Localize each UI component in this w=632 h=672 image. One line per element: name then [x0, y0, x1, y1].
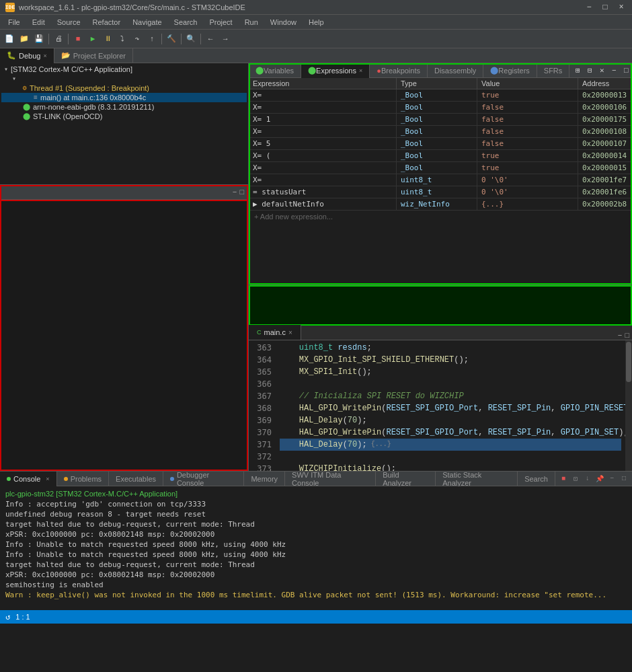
expr-row-2[interactable]: X= 1 _Bool false 0x20000175 — [249, 114, 632, 126]
expr-row-9[interactable]: ▶ defaultNetInfo wiz_NetInfo {...} 0x200… — [249, 198, 632, 211]
expr-8-value: 0 '\0' — [477, 186, 578, 198]
tab-expressions[interactable]: ⬤ Expressions × — [301, 63, 370, 78]
toolbar-print[interactable]: 🖨 — [52, 32, 65, 46]
toolbar-run[interactable]: ▶ — [86, 32, 100, 46]
expr-row-5[interactable]: X= ( _Bool true 0x20000014 — [249, 150, 632, 162]
workspace: ▾ [STM32 Cortex-M C/C++ Application] ▾ ⚙… — [0, 63, 632, 471]
menu-edit[interactable]: Edit — [27, 17, 50, 28]
console-max[interactable]: □ — [619, 474, 629, 484]
expr-row-1[interactable]: X= _Bool false 0x20000106 — [249, 102, 632, 114]
menu-file[interactable]: File — [3, 17, 26, 28]
toolbar-step-into[interactable]: ⤵ — [116, 32, 129, 46]
expr-row-6[interactable]: X= _Bool true 0x20000015 — [249, 162, 632, 174]
menu-source[interactable]: Source — [52, 17, 86, 28]
expr-2-value: false — [477, 114, 578, 125]
console-clear[interactable]: ⊡ — [570, 474, 581, 484]
code-tab-main[interactable]: C main.c × — [249, 325, 301, 340]
left-bottom-min[interactable]: − — [233, 188, 237, 196]
toolbar-new[interactable]: 📄 — [3, 32, 16, 46]
close-button[interactable]: × — [616, 2, 627, 13]
tab-variables[interactable]: ⬤ Variables — [249, 63, 301, 78]
tree-thread[interactable]: ⚙ Thread #1 (Suspended : Breakpoint) — [1, 83, 247, 93]
menu-navigate[interactable]: Navigate — [127, 17, 167, 28]
menu-search[interactable]: Search — [169, 17, 203, 28]
tree-stack-frame[interactable]: ≡ main() at main.c:136 0x8000b4c — [1, 93, 247, 102]
tab-sfrs[interactable]: SFRs — [537, 63, 570, 78]
code-editor-max[interactable]: □ — [625, 332, 629, 340]
code-tab-close[interactable]: × — [288, 329, 292, 336]
title-bar: IDE workspace_1.6.1 - plc-gpio-stm32/Cor… — [0, 0, 632, 15]
menu-project[interactable]: Project — [204, 17, 237, 28]
tree-gdb[interactable]: ⬤ arm-none-eabi-gdb (8.3.1.20191211) — [1, 102, 247, 112]
tree-root-label: [STM32 Cortex-M C/C++ Application] — [11, 65, 132, 73]
console-project-line: plc-gpio-stm32 [STM32 Cortex-M.C/C++ App… — [5, 489, 627, 499]
toolbar-back[interactable]: ← — [204, 32, 217, 46]
add-expression-row[interactable]: + Add new expression... — [249, 211, 632, 223]
console-tab-executables[interactable]: Executables — [109, 472, 163, 486]
tree-debug-root[interactable]: ▾ — [1, 74, 247, 83]
expr-ctrl-max[interactable]: □ — [621, 65, 631, 76]
console-tab-debugger[interactable]: Debugger Console — [163, 472, 244, 486]
expr-ctrl-3[interactable]: ✕ — [596, 65, 607, 76]
toolbar-open[interactable]: 📁 — [17, 32, 31, 46]
expr-row-7[interactable]: X= uint8_t 0 '\0' 0x20001fe7 — [249, 174, 632, 186]
code-content: 363 364 365 366 367 368 369 370 371 372 … — [249, 340, 632, 471]
maximize-button[interactable]: □ — [600, 2, 610, 13]
expr-ctrl-min[interactable]: − — [608, 65, 619, 76]
menu-window[interactable]: Window — [265, 17, 302, 28]
console-tab-search[interactable]: Search — [518, 472, 555, 486]
minimize-button[interactable]: − — [584, 2, 594, 13]
menu-bar: File Edit Source Refactor Navigate Searc… — [0, 15, 632, 30]
expr-ctrl-1[interactable]: ⊞ — [572, 65, 583, 76]
console-tab-problems[interactable]: Problems — [57, 472, 109, 486]
console-tab-static-stack[interactable]: Static Stack Analyzer — [436, 472, 518, 486]
expr-row-0[interactable]: X= _Bool true 0x20000013 — [249, 89, 632, 102]
tab-debug-close[interactable]: × — [43, 52, 46, 59]
toolbar-forward[interactable]: → — [219, 32, 232, 46]
menu-run[interactable]: Run — [239, 17, 264, 28]
tab-disassembly[interactable]: Disassembly — [428, 63, 483, 78]
code-line-369: HAL_Delay(70); — [280, 414, 621, 426]
console-stop[interactable]: ■ — [558, 474, 569, 484]
tree-root[interactable]: ▾ [STM32 Cortex-M C/C++ Application] — [1, 65, 247, 74]
gdb-icon: ⬤ — [23, 103, 30, 111]
toolbar-pause[interactable]: ⏸ — [101, 32, 114, 46]
toolbar-build[interactable]: 🔨 — [165, 32, 178, 46]
toolbar-step-over[interactable]: ↷ — [130, 32, 144, 46]
tree-stlink[interactable]: ⬤ ST-LINK (OpenOCD) — [1, 112, 247, 121]
expr-row-4[interactable]: X= 5 _Bool false 0x20000107 — [249, 138, 632, 150]
status-left: ↺ 1 : 1 — [5, 612, 30, 622]
console-tab-build-analyzer[interactable]: Build Analyzer — [376, 472, 436, 486]
expr-row-3[interactable]: X= _Bool false 0x20000108 — [249, 126, 632, 138]
console-pin[interactable]: 📌 — [594, 474, 605, 484]
expr-ctrl-2[interactable]: ⊟ — [584, 65, 595, 76]
expr-2-addr: 0x20000175 — [578, 114, 632, 125]
toolbar-step-return[interactable]: ↑ — [145, 32, 159, 46]
toolbar-save[interactable]: 💾 — [32, 32, 46, 46]
col-expression: Expression — [249, 78, 397, 89]
expr-row-8[interactable]: = statusUart uint8_t 0 '\0' 0x20001fe6 — [249, 186, 632, 198]
title-bar-controls[interactable]: − □ × — [584, 2, 627, 13]
toolbar-search[interactable]: 🔍 — [184, 32, 198, 46]
code-editor-min[interactable]: − — [618, 332, 623, 340]
console-scroll[interactable]: ↓ — [582, 474, 593, 484]
code-scrollbar[interactable] — [625, 340, 632, 471]
console-tab-console[interactable]: Console × — [0, 472, 57, 486]
menu-refactor[interactable]: Refactor — [87, 17, 126, 28]
console-min[interactable]: − — [606, 474, 617, 484]
console-tab-swv[interactable]: SWV ITM Data Console — [285, 472, 376, 486]
toolbar-debug-stop[interactable]: ■ — [71, 32, 85, 46]
tab-debug[interactable]: 🐛 Debug × — [0, 48, 54, 63]
tab-breakpoints[interactable]: ● Breakpoints — [370, 63, 428, 78]
tab-registers-label: Registers — [498, 67, 529, 75]
tab-registers[interactable]: ⬤ Registers — [483, 63, 537, 78]
console-tab-close[interactable]: × — [46, 476, 49, 482]
code-tab-icon: C — [257, 329, 262, 336]
expr-8-name: = statusUart — [249, 186, 397, 198]
left-bottom-max[interactable]: □ — [239, 188, 244, 196]
tab-expressions-close[interactable]: × — [359, 67, 362, 74]
tab-project-explorer[interactable]: 📂 Project Explorer — [54, 48, 133, 63]
menu-help[interactable]: Help — [303, 17, 329, 28]
code-scroll-thumb[interactable] — [626, 342, 631, 382]
console-tab-memory[interactable]: Memory — [244, 472, 285, 486]
